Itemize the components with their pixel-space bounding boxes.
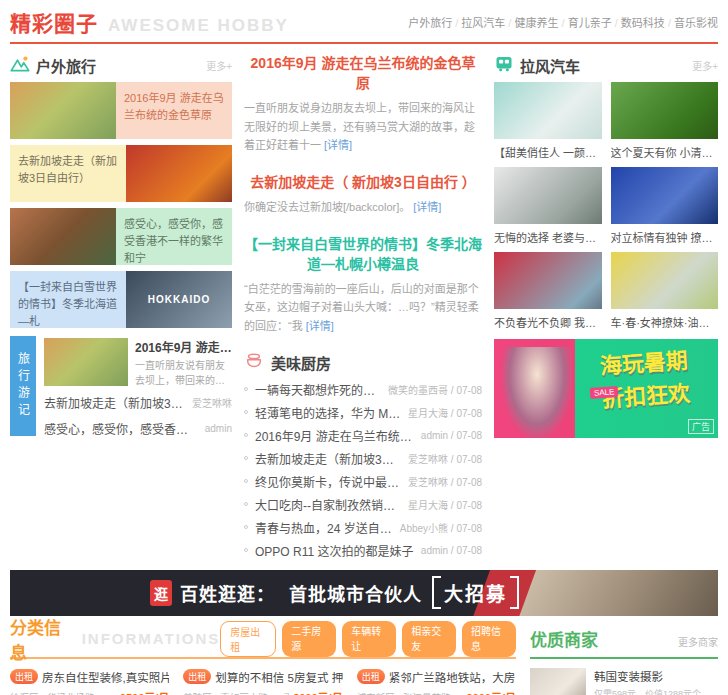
car-post[interactable]: 【甜美俏佳人 一颜倾... [494,82,602,160]
pill-vehicle-transfer[interactable]: 车辆转让 [342,621,396,657]
pill-jobs[interactable]: 招聘信息 [462,621,516,657]
nav-item-health[interactable]: 健康养生 [505,17,558,29]
car-post[interactable]: 车·春·女神撩妹·油菜... [611,252,719,330]
nav-item-cars[interactable]: 拉风汽车 [452,17,505,29]
car-post[interactable]: 不负春光不负卿 我的... [494,252,602,330]
note-author: 爱芝咻咻 [192,395,232,410]
post-author[interactable]: admin [421,545,448,556]
post-author[interactable]: 爱芝咻咻 [408,454,448,465]
list-item[interactable]: 大口吃肉--自家制孜然销魂饭 星月大海07-08 [244,493,482,516]
list-item[interactable]: 终见你莫斯卡，传说中最后的村落 爱芝咻咻07-08 [244,470,482,493]
featured-note-title[interactable]: 2016年9月 游走在乌兰布... [135,338,232,355]
post-date: 07-08 [448,454,482,465]
merchants-header: 优质商家 更多商家 [530,626,718,652]
post-title[interactable]: 终见你莫斯卡，传说中最后的村落 [255,473,402,490]
list-item[interactable]: 青春与热血，24 岁送自己的生日礼物 Abbey小熊07-08 [244,516,482,539]
list-item[interactable]: 2016年9月 游走在乌兰布统的金色草原 admin07-08 [244,424,482,447]
post-title[interactable]: OPPO R11 这次拍的都是妹子 [255,542,415,559]
post-author[interactable]: 星月大海 [408,408,448,419]
outdoor-more-link[interactable]: 更多+ [206,58,232,73]
detail-link[interactable]: [详情] [413,201,441,213]
post-meta: 星月大海07-08 [408,405,482,420]
car-post-title[interactable]: 不负春光不负卿 我的... [494,314,602,330]
car-post[interactable]: 无悔的选择 老婆与沃... [494,167,602,245]
featured-note[interactable]: 2016年9月 游走在乌兰布... 一直听朋友说有朋友去坝上，带回来的美风让无限… [44,338,232,388]
rent-tag: 出租 [10,669,38,684]
note-list-item[interactable]: 感受心，感受你，感受香港不... admin [44,416,232,440]
car-post[interactable]: 对立标情有独钟 撩妹... [611,167,719,245]
detail-link[interactable]: [详情] [324,139,352,151]
article-title[interactable]: 去新加坡走走（ 新加坡3日自由行 ） [244,171,482,191]
outdoor-title: 户外旅行 [36,55,96,76]
post-title[interactable]: 去新加坡走走（新加坡3日自由行） [255,450,402,467]
post-date: 07-08 [448,408,482,419]
post-title[interactable]: 一辆每天都想炸死的自行车，700Bike 后街 2 [255,381,382,398]
article-excerpt: 你确定没去过新加坡[/backcolor]。 [详情] [244,198,482,217]
car-post-title[interactable]: 这个夏天有你 小清新... [611,144,719,160]
listing-item[interactable]: 出租划算的不相信 5房复式 押一付一 普陀区 - 真如丽水路321弄 - 复式8… [183,669,342,695]
post-title[interactable]: 轻薄笔电的选择，华为 MateBook X 和苹果 M [255,404,402,421]
travel-card[interactable]: 2016年9月 游走在乌兰布统的金色草原 [10,82,232,139]
pill-secondhand-house[interactable]: 二手房源 [282,621,336,657]
car-post-title[interactable]: 【甜美俏佳人 一颜倾... [494,144,602,160]
outdoor-section-header: 户外旅行 更多+ [10,52,232,78]
listing-title[interactable]: 紧邻广兰路地铁站，大房东的房 [389,669,516,685]
list-item[interactable]: 一辆每天都想炸死的自行车，700Bike 后街 2 微笑的墨西哥07-08 [244,378,482,401]
travel-card[interactable]: 去新加坡走走（新加坡3日自由行） [10,145,232,202]
post-title[interactable]: 大口吃肉--自家制孜然销魂饭 [255,496,402,513]
cars-more-link[interactable]: 更多+ [692,58,718,73]
nav-item-music[interactable]: 音乐影视 [665,17,718,29]
car-post-title[interactable]: 无悔的选择 老婆与沃... [494,229,602,245]
detail-link[interactable]: [详情] [306,320,334,332]
post-author[interactable]: 星月大海 [408,500,448,511]
post-author[interactable]: 微笑的墨西哥 [388,385,448,396]
list-item[interactable]: OPPO R11 这次拍的都是妹子 admin07-08 [244,539,482,562]
listing-title[interactable]: 房东自住型装修,真实照片,实地拍 [42,669,169,685]
bullet-icon [244,387,248,391]
travel-card[interactable]: 感受心，感受你，感受香港不一样的繁华和宁 [10,208,232,265]
car-post-title[interactable]: 车·春·女神撩妹·油菜... [611,314,719,330]
car-post-title[interactable]: 对立标情有独钟 撩妹... [611,229,719,245]
post-author[interactable]: admin [421,430,448,441]
deal-title[interactable]: 韩国变装摄影 [594,668,718,684]
listing-item[interactable]: 出租房东自住型装修,真实照片,实地拍 徐汇区 - 华泾北杨路2488号 - 已6… [10,669,169,695]
merchant-deal[interactable]: 韩国变装摄影 仅需598元，价值1288元个人时尚写真 ¥598元/起 [南汇区… [530,668,718,695]
listing-title[interactable]: 划算的不相信 5房复式 押一付一 [215,669,342,685]
classified-subtitle: INFORMATIONS [82,630,221,647]
post-title[interactable]: 青春与热血，24 岁送自己的生日礼物 [255,519,394,536]
article-title[interactable]: 【一封来自白雪世界的情书】冬季北海道—札幌小樽温良 [244,233,482,273]
car-post[interactable]: 这个夏天有你 小清新... [611,82,719,160]
post-author[interactable]: 爱芝咻咻 [408,477,448,488]
article-title[interactable]: 2016年9月 游走在乌兰布统的金色草原 [244,52,482,92]
travel-notes-tab[interactable]: 旅行游记 [10,336,36,436]
nav-item-parenting[interactable]: 育儿亲子 [558,17,611,29]
listings-grid: 出租房东自住型装修,真实照片,实地拍 徐汇区 - 华泾北杨路2488号 - 已6… [10,669,516,695]
post-title[interactable]: 2016年9月 游走在乌兰布统的金色草原 [255,427,415,444]
car-photo [494,252,602,309]
rent-tag: 出租 [183,669,211,684]
list-item[interactable]: 去新加坡走走（新加坡3日自由行） 爱芝咻咻07-08 [244,447,482,470]
listing-item[interactable]: 出租紧邻广兰路地铁站，大房东的房 浦东新区 - 张江曼荷路19弄1993600元… [357,669,516,695]
bus-icon [494,54,514,77]
merchants-divider [530,657,718,659]
sale-badge: SALE [590,386,619,399]
nav-item-digital[interactable]: 数码科技 [612,17,665,29]
outdoor-column: 户外旅行 更多+ 2016年9月 游走在乌兰布统的金色草原 去新加坡走走（新加坡… [10,52,232,562]
pill-house-rent[interactable]: 房屋出租 [220,621,276,657]
travel-card[interactable]: 【一封来自白雪世界的情书】冬季北海道—札 HOKKAIDO [10,271,232,328]
post-author[interactable]: Abbey小熊 [400,523,448,534]
site-title[interactable]: 精彩圈子 [10,7,98,37]
list-item[interactable]: 轻薄笔电的选择，华为 MateBook X 和苹果 M 星月大海07-08 [244,401,482,424]
merchants-more-link[interactable]: 更多商家 [678,634,718,649]
summer-sale-ad[interactable]: 海玩暑期 折扣狂欢 SALE 广告 [494,339,718,438]
pill-dating[interactable]: 相亲交友 [402,621,456,657]
listing-location: 徐汇区 - 华泾北杨路2488号 - 已 [10,690,116,695]
recruit-banner[interactable]: 逛 百姓逛逛： 首批城市合伙人 大招募 [10,570,718,616]
note-title[interactable]: 去新加坡走走（新加坡3日自... [44,394,186,411]
note-list-item[interactable]: 去新加坡走走（新加坡3日自... 爱芝咻咻 [44,390,232,414]
nav-item-outdoor[interactable]: 户外旅行 [408,17,452,29]
logo[interactable]: 精彩圈子 AWESOME HOBBY [10,7,289,37]
note-title[interactable]: 感受心，感受你，感受香港不... [44,420,199,437]
note-author: admin [205,423,232,434]
site-header: 精彩圈子 AWESOME HOBBY 户外旅行拉风汽车健康养生育儿亲子数码科技音… [0,0,728,42]
